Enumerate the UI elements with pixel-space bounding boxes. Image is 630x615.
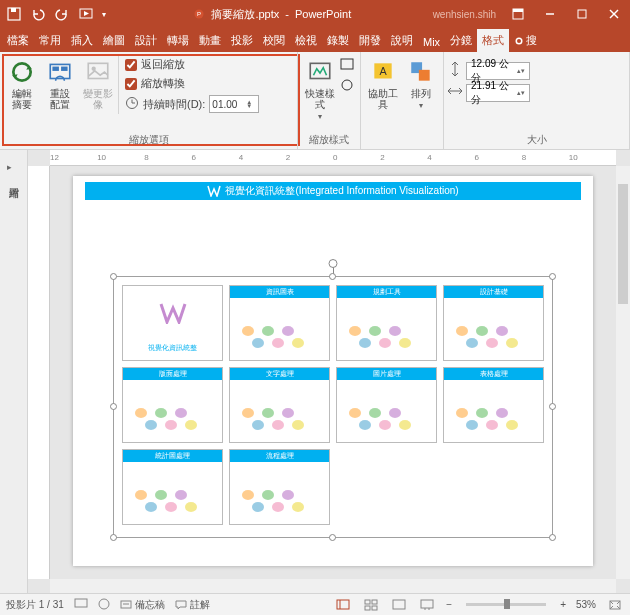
- resize-handle-tr[interactable]: [549, 273, 556, 280]
- tab-home[interactable]: 常用: [34, 29, 66, 52]
- thumbnail-panel[interactable]: ▸ 縮圖: [0, 150, 28, 593]
- section-thumbnail[interactable]: 統計圖處理: [122, 449, 223, 525]
- section-thumbnail[interactable]: 資訊圖表: [229, 285, 330, 361]
- close-icon[interactable]: [598, 0, 630, 28]
- svg-rect-39: [372, 606, 377, 610]
- section-thumbnail[interactable]: 規劃工具: [336, 285, 437, 361]
- zoom-out-button[interactable]: −: [446, 599, 452, 610]
- svg-rect-36: [365, 600, 370, 604]
- tab-insert[interactable]: 插入: [66, 29, 98, 52]
- redo-icon[interactable]: [54, 6, 70, 22]
- tab-developer[interactable]: 開發: [354, 29, 386, 52]
- vertical-scrollbar[interactable]: [616, 166, 630, 579]
- window-title: P 摘要縮放.pptx - PowerPoint: [112, 7, 433, 22]
- section-thumbnail[interactable]: 視覺化資訊統整: [122, 285, 223, 361]
- zoom-slider[interactable]: [466, 603, 546, 606]
- slide-canvas[interactable]: 視覺化資訊統整(Integrated Information Visualiza…: [73, 176, 593, 566]
- resize-handle-tl[interactable]: [110, 273, 117, 280]
- quick-styles-button[interactable]: 快速樣式 ▾: [302, 56, 338, 123]
- tab-mix[interactable]: Mix: [418, 32, 445, 52]
- ruler-tick: 2: [380, 150, 384, 165]
- svg-rect-34: [337, 600, 349, 609]
- resize-handle-br[interactable]: [549, 534, 556, 541]
- height-input[interactable]: 12.09 公分▴▾: [466, 62, 530, 80]
- spinner-arrows-icon[interactable]: ▲▼: [246, 100, 256, 108]
- tab-tellme[interactable]: 搜: [509, 29, 542, 52]
- svg-text:P: P: [197, 11, 201, 17]
- tab-file[interactable]: 檔案: [2, 29, 34, 52]
- tab-split[interactable]: 分鏡: [445, 29, 477, 52]
- section-thumbnail[interactable]: 版面處理: [122, 367, 223, 443]
- tab-view[interactable]: 檢視: [290, 29, 322, 52]
- fit-window-icon[interactable]: [606, 597, 624, 613]
- notes-button[interactable]: 備忘稿: [120, 598, 165, 612]
- text-icon: A: [369, 58, 397, 86]
- comments-button[interactable]: 註解: [175, 598, 210, 612]
- tab-design[interactable]: 設計: [130, 29, 162, 52]
- group-label-quick-styles: 縮放樣式: [302, 131, 356, 149]
- bubble-cluster: [234, 408, 325, 438]
- spellcheck-icon[interactable]: [74, 598, 88, 612]
- slideshow-icon[interactable]: [78, 6, 94, 22]
- svg-rect-41: [421, 600, 433, 608]
- border-button[interactable]: [340, 58, 356, 76]
- section-thumbnail[interactable]: 流程處理: [229, 449, 330, 525]
- section-thumbnail[interactable]: 圖片處理: [336, 367, 437, 443]
- slide-counter[interactable]: 投影片 1 / 31: [6, 598, 64, 612]
- qat-dropdown-icon[interactable]: ▾: [102, 10, 106, 19]
- bubble-cluster: [341, 326, 432, 356]
- return-zoom-checkbox[interactable]: 返回縮放: [125, 56, 259, 73]
- reading-view-icon[interactable]: [390, 597, 408, 613]
- tab-record[interactable]: 錄製: [322, 29, 354, 52]
- tab-draw[interactable]: 繪圖: [98, 29, 130, 52]
- tab-animations[interactable]: 動畫: [194, 29, 226, 52]
- zoom-in-button[interactable]: +: [560, 599, 566, 610]
- normal-view-icon[interactable]: [334, 597, 352, 613]
- width-input[interactable]: 21.91 公分▴▾: [466, 84, 530, 102]
- ruler-tick: 0: [333, 150, 337, 165]
- height-icon: [448, 62, 462, 80]
- minimize-icon[interactable]: [534, 0, 566, 28]
- resize-handle-bl[interactable]: [110, 534, 117, 541]
- bubble-cluster: [127, 490, 218, 520]
- slideshow-view-icon[interactable]: [418, 597, 436, 613]
- tab-format[interactable]: 格式: [477, 29, 509, 52]
- section-thumbnail[interactable]: 設計基礎: [443, 285, 544, 361]
- save-icon[interactable]: [6, 6, 22, 22]
- duration-spinner[interactable]: 01.00 ▲▼: [209, 95, 259, 113]
- undo-icon[interactable]: [30, 6, 46, 22]
- tab-transitions[interactable]: 轉場: [162, 29, 194, 52]
- section-thumbnail[interactable]: 文字處理: [229, 367, 330, 443]
- ruler-tick: 6: [475, 150, 479, 165]
- section-thumbnail[interactable]: 表格處理: [443, 367, 544, 443]
- tab-help[interactable]: 說明: [386, 29, 418, 52]
- resize-handle-l[interactable]: [110, 403, 117, 410]
- tab-slideshow[interactable]: 投影: [226, 29, 258, 52]
- bubble-cluster: [448, 408, 539, 438]
- arrange-button[interactable]: 排列 ▾: [403, 56, 439, 112]
- svg-rect-37: [372, 600, 377, 604]
- accessibility-icon[interactable]: [98, 598, 110, 612]
- rotate-handle[interactable]: [329, 259, 338, 268]
- resize-handle-r[interactable]: [549, 403, 556, 410]
- app-name: PowerPoint: [295, 8, 351, 20]
- horizontal-scrollbar[interactable]: [50, 579, 616, 593]
- reset-layout-button[interactable]: 重設 配置: [42, 56, 78, 112]
- logo-icon: [207, 185, 221, 197]
- resize-handle-t[interactable]: [329, 273, 336, 280]
- effects-button[interactable]: [340, 78, 356, 96]
- zoom-transition-checkbox[interactable]: 縮放轉換: [125, 75, 259, 92]
- zoom-level[interactable]: 53%: [576, 599, 596, 610]
- expand-icon[interactable]: ▸: [7, 162, 21, 172]
- sorter-view-icon[interactable]: [362, 597, 380, 613]
- ribbon-options-icon[interactable]: [502, 0, 534, 28]
- summary-zoom-frame[interactable]: 視覺化資訊統整資訊圖表規劃工具設計基礎版面處理文字處理圖片處理表格處理統計圖處理…: [113, 276, 553, 538]
- resize-handle-b[interactable]: [329, 534, 336, 541]
- tab-review[interactable]: 校閱: [258, 29, 290, 52]
- horizontal-ruler: 12108642024681012: [50, 150, 616, 166]
- assist-tools-button[interactable]: A 協助工 具: [365, 56, 401, 112]
- maximize-icon[interactable]: [566, 0, 598, 28]
- edit-summary-button[interactable]: 編輯 摘要: [4, 56, 40, 112]
- group-label-zoom-options: 縮放選項: [4, 131, 293, 149]
- section-title: 視覺化資訊統整: [123, 342, 222, 354]
